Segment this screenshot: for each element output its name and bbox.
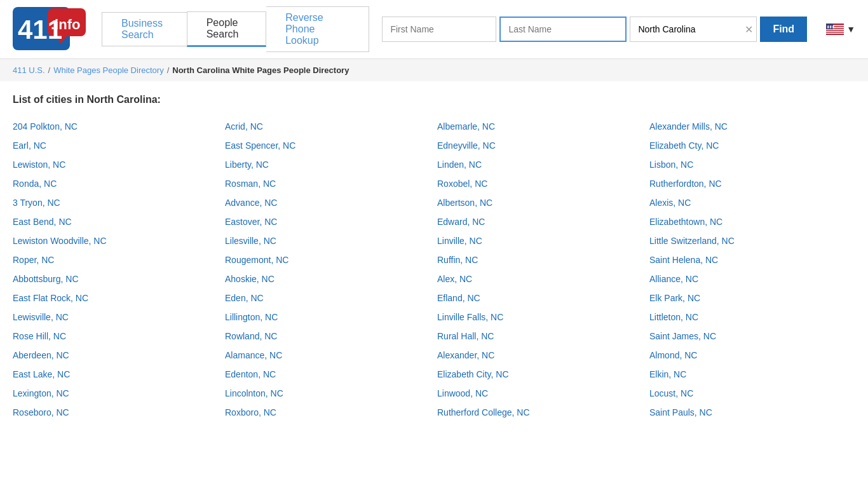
search-bar: ✕ Find (382, 17, 807, 42)
breadcrumb-home-link[interactable]: 411 U.S. (13, 65, 45, 75)
city-link[interactable]: Linville Falls, NC (437, 309, 643, 325)
city-link[interactable]: Alamance, NC (225, 347, 431, 363)
logo-container: 411 .info (13, 7, 89, 51)
city-link[interactable]: Ahoskie, NC (225, 271, 431, 287)
breadcrumb-white-pages-link[interactable]: White Pages People Directory (53, 65, 163, 75)
city-link[interactable]: Earl, NC (13, 137, 219, 154)
city-link[interactable]: Lewiston, NC (13, 156, 219, 173)
logo: 411 .info (13, 7, 89, 51)
city-link[interactable]: Linville, NC (437, 233, 643, 249)
city-link[interactable]: Elkin, NC (649, 366, 855, 383)
city-link[interactable]: Lillington, NC (225, 309, 431, 325)
city-link[interactable]: Abbottsburg, NC (13, 271, 219, 287)
svg-text:.info: .info (51, 17, 80, 32)
city-link[interactable]: Acrid, NC (225, 118, 431, 135)
city-link[interactable]: Roxobel, NC (437, 175, 643, 192)
city-link[interactable]: Aberdeen, NC (13, 347, 219, 363)
city-link[interactable]: Eden, NC (225, 290, 431, 306)
city-link[interactable]: Lewisville, NC (13, 309, 219, 325)
city-link[interactable]: Edneyville, NC (437, 137, 643, 154)
breadcrumb-sep-2: / (167, 65, 170, 75)
city-link[interactable]: Saint James, NC (649, 328, 855, 344)
city-link[interactable]: Elizabeth City, NC (437, 366, 643, 383)
breadcrumb-sep-1: / (48, 65, 51, 75)
city-link[interactable]: Ruffin, NC (437, 252, 643, 268)
city-link[interactable]: Albertson, NC (437, 194, 643, 211)
city-link[interactable]: Rural Hall, NC (437, 328, 643, 344)
breadcrumb-current: North Carolina White Pages People Direct… (172, 65, 349, 75)
last-name-input[interactable] (499, 17, 627, 42)
city-link[interactable]: Linwood, NC (437, 385, 643, 402)
city-link[interactable]: Lisbon, NC (649, 156, 855, 173)
tab-reverse-phone[interactable]: Reverse Phone Lookup (266, 6, 369, 52)
city-link[interactable]: Lilesville, NC (225, 233, 431, 249)
flag-dropdown-arrow: ▼ (846, 24, 855, 34)
city-link[interactable]: Almond, NC (649, 347, 855, 363)
us-flag-icon: ★★★ ★★★ (826, 24, 844, 35)
city-link[interactable]: Roxboro, NC (225, 404, 431, 421)
city-link[interactable]: Lexington, NC (13, 385, 219, 402)
city-link[interactable]: East Lake, NC (13, 366, 219, 383)
page-heading: List of cities in North Carolina: (13, 94, 855, 105)
city-link[interactable]: Rutherford College, NC (437, 404, 643, 421)
city-link[interactable]: Saint Helena, NC (649, 252, 855, 268)
city-link[interactable]: Efland, NC (437, 290, 643, 306)
city-link[interactable]: 204 Polkton, NC (13, 118, 219, 135)
tab-business-search[interactable]: Business Search (102, 12, 187, 46)
city-link[interactable]: East Spencer, NC (225, 137, 431, 154)
city-link[interactable]: Rosman, NC (225, 175, 431, 192)
breadcrumb: 411 U.S. / White Pages People Directory … (0, 59, 868, 81)
city-link[interactable]: Ronda, NC (13, 175, 219, 192)
city-link[interactable]: Rougemont, NC (225, 252, 431, 268)
city-link[interactable]: Rutherfordton, NC (649, 175, 855, 192)
city-link[interactable]: Roseboro, NC (13, 404, 219, 421)
svg-rect-10 (826, 33, 844, 34)
city-link[interactable]: 3 Tryon, NC (13, 194, 219, 211)
city-link[interactable]: Littleton, NC (649, 309, 855, 325)
tab-people-search[interactable]: People Search (187, 11, 267, 47)
state-input[interactable] (630, 17, 757, 42)
city-link[interactable]: Edward, NC (437, 214, 643, 230)
city-link[interactable]: Alliance, NC (649, 271, 855, 287)
city-link[interactable]: Elizabethtown, NC (649, 214, 855, 230)
nav-tabs: Business Search People Search Reverse Ph… (102, 6, 369, 52)
city-link[interactable]: Lewiston Woodville, NC (13, 233, 219, 249)
main-content: List of cities in North Carolina: 204 Po… (0, 81, 868, 433)
city-link[interactable]: East Bend, NC (13, 214, 219, 230)
city-link[interactable]: Locust, NC (649, 385, 855, 402)
svg-text:★★★: ★★★ (827, 24, 835, 28)
city-link[interactable]: Elk Park, NC (649, 290, 855, 306)
header: 411 .info Business Search People Search … (0, 0, 868, 59)
city-link[interactable]: East Flat Rock, NC (13, 290, 219, 306)
city-link[interactable]: Lincolnton, NC (225, 385, 431, 402)
cities-grid: 204 Polkton, NCAcrid, NCAlbemarle, NCAle… (13, 118, 855, 421)
city-link[interactable]: Rose Hill, NC (13, 328, 219, 344)
first-name-input[interactable] (382, 17, 496, 42)
city-link[interactable]: Liberty, NC (225, 156, 431, 173)
city-link[interactable]: Alexander, NC (437, 347, 643, 363)
city-link[interactable]: Saint Pauls, NC (649, 404, 855, 421)
city-link[interactable]: Edenton, NC (225, 366, 431, 383)
city-link[interactable]: Roper, NC (13, 252, 219, 268)
city-link[interactable]: Elizabeth Cty, NC (649, 137, 855, 154)
city-link[interactable]: Alexis, NC (649, 194, 855, 211)
city-link[interactable]: Advance, NC (225, 194, 431, 211)
city-link[interactable]: Linden, NC (437, 156, 643, 173)
city-link[interactable]: Alexander Mills, NC (649, 118, 855, 135)
find-button[interactable]: Find (760, 17, 807, 42)
city-link[interactable]: Alex, NC (437, 271, 643, 287)
city-link[interactable]: Albemarle, NC (437, 118, 643, 135)
city-link[interactable]: Eastover, NC (225, 214, 431, 230)
flag-container[interactable]: ★★★ ★★★ ▼ (826, 24, 855, 35)
city-link[interactable]: Little Switzerland, NC (649, 233, 855, 249)
clear-state-button[interactable]: ✕ (745, 24, 753, 36)
svg-rect-9 (826, 31, 844, 32)
city-link[interactable]: Rowland, NC (225, 328, 431, 344)
